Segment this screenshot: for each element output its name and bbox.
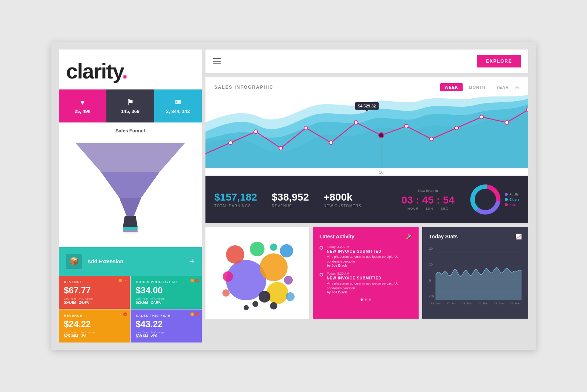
- x-label-0: 13. Jan: [431, 302, 440, 305]
- close-icon[interactable]: ×: [123, 279, 127, 282]
- mini-stat-label-2: REVENUE: [64, 314, 125, 318]
- sub1-val-3: $39.6M: [136, 334, 148, 338]
- activity-item-1: Today, 3.20 AM NEW INVOICE SUBMITTED Vir…: [320, 272, 412, 294]
- svg-point-29: [250, 242, 265, 256]
- chart-stats-row: $157,182 Total Earnings $38,952 Revenue …: [205, 176, 528, 223]
- sub2-val-1: 27.8%: [151, 300, 164, 304]
- chart-filters: WEEK MONTH YEAR ⊞: [440, 83, 519, 91]
- top-nav: EXPLORE: [205, 50, 528, 73]
- svg-point-11: [329, 141, 333, 144]
- rocket-icon: 🚀: [406, 234, 412, 239]
- mini-stat-sub-0: Last Year$54.4M % Change24.4%: [64, 297, 125, 304]
- logo-text: clarity: [66, 59, 122, 83]
- mini-stat-value-0: $67.77: [64, 285, 125, 296]
- page-dot-2[interactable]: [369, 298, 371, 301]
- svg-point-37: [244, 305, 249, 310]
- donut-label-kids: Kids: [509, 203, 516, 206]
- x-label-1: 27. Jan: [446, 302, 456, 305]
- stat-flags: ⚑ 145, 369: [106, 89, 154, 122]
- mini-stat-label-1: GROSS PROFIT/YEAR: [136, 280, 197, 284]
- timer-hours: 03: [401, 194, 413, 206]
- today-stats-svg: [435, 245, 522, 300]
- chart-settings-icon[interactable]: ⊞: [515, 84, 519, 90]
- svg-point-16: [405, 124, 408, 128]
- svg-point-38: [222, 289, 230, 297]
- donut-chart: [469, 183, 502, 216]
- stat-new-customers: +800k New Customers: [324, 191, 361, 208]
- minimize-icon-3[interactable]: −: [190, 312, 194, 316]
- today-chart-area: [435, 245, 522, 300]
- mini-stat-controls-1: − ×: [190, 279, 199, 282]
- page-dot-0[interactable]: [361, 298, 363, 301]
- filter-week[interactable]: WEEK: [440, 83, 463, 91]
- svg-rect-5: [123, 230, 138, 232]
- svg-point-10: [304, 126, 308, 130]
- timer-label-sec: SEC: [441, 207, 449, 210]
- filter-year[interactable]: YEAR: [492, 83, 513, 91]
- mini-stat-sub-1: Last Year$26.6M % Change27.8%: [136, 297, 197, 304]
- bottom-row: Latest Activity 🚀 Today, 3.20 AM NEW INV…: [205, 227, 528, 319]
- timer-labels: HOUR MIN SEC: [408, 207, 449, 210]
- svg-point-32: [270, 243, 277, 251]
- today-x-labels: 13. Jan 27. Jan 18. Feb 24. Feb 18. Mar …: [429, 302, 522, 305]
- sub1-val-0: $54.4M: [64, 300, 76, 304]
- close-icon-2[interactable]: ×: [123, 312, 127, 316]
- mini-stat-controls-3: − ×: [190, 312, 199, 316]
- close-icon-3[interactable]: ×: [195, 312, 199, 316]
- mini-stat-sales: − × SALES THIS YEAR $43.22 Last Year$39.…: [131, 309, 202, 342]
- activity-event-0: NEW INVOICE SUBMITTED: [327, 249, 412, 253]
- revenue-value: $38,952: [272, 191, 309, 203]
- activity-author-0: by Joe Black: [327, 264, 412, 267]
- stats-row: ♥ 25, 498 ⚑ 145, 369 ✉ 2, 844, 142: [59, 89, 202, 122]
- logo: clarity.: [66, 61, 194, 82]
- svg-point-36: [252, 301, 258, 307]
- svg-point-17: [430, 137, 433, 141]
- donut-label-adults: Adults: [509, 193, 518, 196]
- activity-pagination: [320, 298, 412, 301]
- hamburger-menu[interactable]: [213, 58, 221, 64]
- close-icon-1[interactable]: ×: [195, 279, 199, 282]
- timer-label-min: MIN: [426, 207, 433, 210]
- timer-display: 03 : 45 : 54: [401, 194, 454, 206]
- activity-content-1: Today, 3.20 AM NEW INVOICE SUBMITTED Vir…: [327, 272, 412, 294]
- mini-stat-label-3: SALES THIS YEAR: [136, 314, 197, 318]
- stat-total-earnings: $157,182 Total Earnings: [214, 191, 257, 208]
- svg-point-8: [254, 130, 258, 133]
- y-label-20: 20: [429, 247, 434, 250]
- add-extension-button[interactable]: 📦 Add Extension +: [59, 247, 202, 276]
- funnel-chart: [64, 139, 196, 242]
- svg-point-19: [480, 115, 484, 119]
- minimize-icon-2[interactable]: −: [119, 312, 122, 316]
- svg-point-34: [259, 291, 270, 303]
- timer-seconds: 54: [443, 194, 454, 206]
- sub2-val-2: 3%: [81, 334, 95, 338]
- filter-month[interactable]: MONTH: [464, 83, 490, 91]
- minimize-icon-1[interactable]: −: [190, 279, 194, 282]
- chat-icon: ✉: [175, 98, 181, 107]
- mini-stat-label-0: REVENUE: [64, 280, 125, 284]
- sales-chart-section: SALES INFOGRAPHIC WEEK MONTH YEAR ⊞ $4,5…: [205, 77, 528, 223]
- svg-point-7: [229, 141, 233, 144]
- y-label-neg10: -10: [429, 294, 434, 298]
- mini-stat-sub-2: Last Year$25.34M % Change3%: [64, 331, 125, 338]
- sub2-val-0: 24.4%: [79, 300, 92, 304]
- activity-desc-0: Viris phaedrum ad cum, in usu ipsum perc…: [327, 254, 412, 264]
- svg-point-28: [226, 245, 244, 264]
- activity-title: Latest Activity: [320, 234, 354, 239]
- mini-stat-sub-3: Last Year$39.6M % Change-9%: [136, 331, 197, 338]
- explore-button[interactable]: EXPLORE: [477, 55, 521, 67]
- today-stats-section: Today Stats 📈 20 10 0 -10: [422, 227, 528, 319]
- sub1-val-1: $26.6M: [136, 300, 148, 304]
- svg-text:10: 10: [379, 170, 383, 175]
- timer-minutes: 45: [422, 194, 434, 206]
- mini-stat-gross-profit: − × GROSS PROFIT/YEAR $34.00 Last Year$2…: [131, 276, 202, 309]
- svg-marker-1: [101, 172, 160, 198]
- heart-icon: ♥: [80, 98, 85, 107]
- activity-time-0: Today, 3.20 AM: [327, 245, 412, 249]
- donut-section: Adults Elders Kids: [469, 183, 519, 216]
- page-dot-1[interactable]: [365, 298, 367, 301]
- activity-dot-0: [320, 246, 323, 250]
- svg-marker-0: [75, 143, 185, 172]
- minimize-icon[interactable]: −: [119, 279, 122, 282]
- today-stats-trend-icon: 📈: [515, 234, 522, 239]
